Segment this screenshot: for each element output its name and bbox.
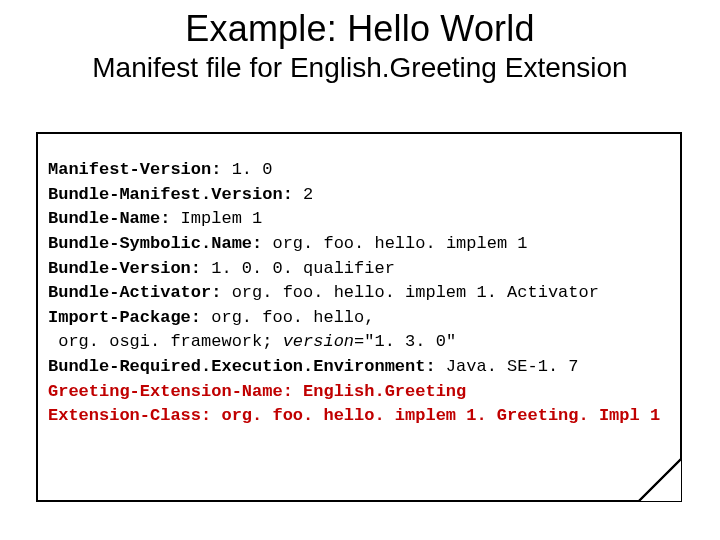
key-import-package: Import-Package: bbox=[48, 308, 201, 327]
line-greeting-extension-name: Greeting-Extension-Name: English.Greetin… bbox=[48, 382, 466, 401]
line-extension-class: Extension-Class: org. foo. hello. implem… bbox=[48, 406, 660, 425]
key-bundle-symbolic-name: Bundle-Symbolic.Name: bbox=[48, 234, 262, 253]
val-manifest-version: 1. 0 bbox=[221, 160, 272, 179]
manifest-code: Manifest-Version: 1. 0 Bundle-Manifest.V… bbox=[38, 134, 680, 439]
val-import-package: org. foo. hello, bbox=[201, 308, 374, 327]
key-manifest-version: Manifest-Version: bbox=[48, 160, 221, 179]
val-bundle-activator: org. foo. hello. implem 1. Activator bbox=[221, 283, 598, 302]
key-bundle-name: Bundle-Name: bbox=[48, 209, 170, 228]
val-bundle-version: 1. 0. 0. qualifier bbox=[201, 259, 395, 278]
key-bundle-manifest-version: Bundle-Manifest.Version: bbox=[48, 185, 293, 204]
key-bundle-version: Bundle-Version: bbox=[48, 259, 201, 278]
val-import-package-line2b: ="1. 3. 0" bbox=[354, 332, 456, 351]
slide-subtitle: Manifest file for English.Greeting Exten… bbox=[0, 52, 720, 84]
val-import-package-version-keyword: version bbox=[283, 332, 354, 351]
val-bundle-manifest-version: 2 bbox=[293, 185, 313, 204]
key-bundle-required-exec-env: Bundle-Required.Execution.Environment: bbox=[48, 357, 436, 376]
slide-title: Example: Hello World bbox=[0, 8, 720, 50]
slide: Example: Hello World Manifest file for E… bbox=[0, 8, 720, 540]
val-bundle-symbolic-name: org. foo. hello. implem 1 bbox=[262, 234, 527, 253]
manifest-code-box: Manifest-Version: 1. 0 Bundle-Manifest.V… bbox=[36, 132, 682, 502]
val-bundle-name: Implem 1 bbox=[170, 209, 262, 228]
val-bundle-required-exec-env: Java. SE-1. 7 bbox=[436, 357, 579, 376]
val-import-package-line2a: org. osgi. framework; bbox=[48, 332, 283, 351]
page-curl-icon bbox=[638, 458, 682, 502]
key-bundle-activator: Bundle-Activator: bbox=[48, 283, 221, 302]
